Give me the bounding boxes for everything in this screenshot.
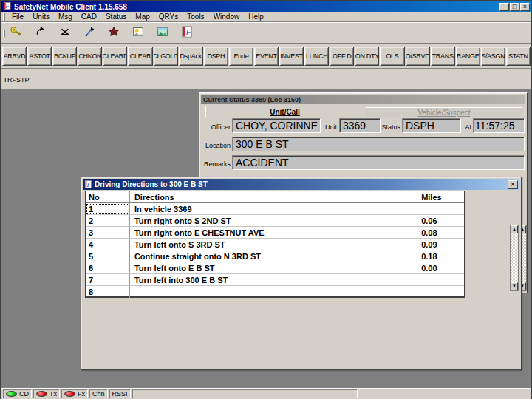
- menu-item-help[interactable]: Help: [244, 12, 268, 21]
- menu-item-map[interactable]: Map: [131, 12, 154, 21]
- map-day-icon: [132, 25, 145, 41]
- toolbar-key-button[interactable]: [7, 25, 25, 41]
- toolbar-send-button[interactable]: [81, 25, 98, 41]
- status-button-enrte[interactable]: Enrte: [229, 47, 253, 66]
- close-button[interactable]: ×: [520, 3, 530, 11]
- toolbar: F: [1, 23, 531, 44]
- maximize-button[interactable]: □: [510, 3, 519, 11]
- status-button-range[interactable]: RANGE: [456, 47, 480, 66]
- status-button-on-dty[interactable]: ON DTY: [355, 47, 379, 66]
- status-button-trfstp[interactable]: TRFSTP: [3, 72, 30, 88]
- directions-row[interactable]: 7 Turn left into 300 E B ST: [86, 274, 464, 286]
- status-button-lunch[interactable]: LUNCH: [304, 47, 329, 66]
- status-button-ols[interactable]: OLS: [380, 47, 404, 66]
- status-button-dspack[interactable]: DspAck: [179, 47, 203, 66]
- status-button-astot[interactable]: ASTOT: [27, 47, 52, 66]
- minimize-button[interactable]: _: [499, 3, 509, 11]
- svg-text:F: F: [86, 181, 92, 188]
- driving-directions-titlebar[interactable]: F Driving Directions to 300 E B ST ×: [83, 179, 519, 190]
- time-field[interactable]: 11:57:25: [473, 118, 525, 133]
- directions-row[interactable]: 1 In vehicle 3369: [86, 203, 464, 215]
- unit-label: Unit: [322, 123, 337, 131]
- directions-row[interactable]: 2 Turn right onto S 2ND ST 0.06: [86, 215, 464, 227]
- app-titlebar[interactable]: F SafetyNet Mobile Client 1.15.658 _ □ ×: [1, 1, 531, 12]
- directions-row[interactable]: 8: [86, 286, 464, 298]
- menu-item-units[interactable]: Units: [28, 12, 54, 21]
- status-button-off-d[interactable]: OFF D: [330, 47, 354, 66]
- safetynet-logo-icon: F: [180, 25, 194, 41]
- unit-field[interactable]: 3369: [339, 118, 381, 133]
- status-button-clear[interactable]: CLEAR: [128, 47, 152, 66]
- menu-item-window[interactable]: Window: [209, 12, 245, 21]
- current-status-titlebar[interactable]: Current Status 3369 (Loc 3150): [201, 95, 525, 104]
- status-button-s-asgn[interactable]: S/ASGN: [481, 47, 505, 66]
- status-button-trans[interactable]: TRANS: [431, 47, 455, 66]
- status-button-arrvd[interactable]: ARRVD: [2, 47, 27, 66]
- toolbar-grip[interactable]: [3, 30, 5, 37]
- statusbar-chn-section: Chn: [89, 389, 108, 398]
- status-button-o-srvc[interactable]: O/SRVC: [406, 47, 430, 66]
- menu-item-msg[interactable]: Msg: [54, 12, 77, 21]
- app-window: F SafetyNet Mobile Client 1.15.658 _ □ ×…: [0, 0, 532, 399]
- column-header-directions: Directions: [130, 191, 415, 202]
- directions-row[interactable]: 6 Turn left onto E B ST 0.00: [86, 262, 464, 274]
- directions-table: No Directions Miles 1 In vehicle 3369 2 …: [85, 191, 466, 298]
- status-button-cleard[interactable]: CLEARD: [103, 47, 127, 66]
- dialog-title: Driving Directions to 300 E B ST: [95, 180, 208, 188]
- location-field[interactable]: 300 E B ST: [232, 137, 525, 151]
- status-button-row: ARRVD ASTOT BCKUP CHKON CLEARD CLEAR CLG…: [1, 44, 531, 69]
- directions-row[interactable]: 4 Turn left onto S 3RD ST 0.09: [86, 239, 464, 250]
- directions-row[interactable]: 3 Turn right onto E CHESTNUT AVE 0.08: [86, 227, 464, 239]
- status-button-dsph[interactable]: DSPH: [204, 47, 228, 66]
- status-button-invest[interactable]: INVEST: [279, 47, 304, 66]
- menu-item-cad[interactable]: CAD: [77, 12, 101, 21]
- delete-x-icon: [58, 25, 72, 41]
- menubar: File Units Msg CAD Status Map QRYs Tools…: [1, 12, 531, 22]
- svg-text:F: F: [185, 27, 191, 37]
- status-button-clgout[interactable]: CLGOUT: [154, 47, 178, 66]
- status-button-row-2: TRFSTP: [1, 69, 531, 89]
- send-pen-icon: [83, 25, 96, 41]
- status-button-statn[interactable]: STATN: [506, 47, 531, 66]
- status-label: Status: [381, 123, 400, 131]
- dialog-close-button[interactable]: ×: [508, 180, 518, 189]
- fx-label: Fx: [78, 390, 85, 398]
- menu-item-tools[interactable]: Tools: [183, 12, 208, 21]
- toolbar-badge-button[interactable]: [105, 25, 123, 41]
- menu-item-status[interactable]: Status: [101, 12, 131, 21]
- statusbar-empty-section: [132, 389, 358, 398]
- toolbar-map-button[interactable]: [154, 25, 171, 41]
- location-label: Location: [201, 142, 231, 149]
- desktop: Current Status 3369 (Loc 3150) Unit/Call…: [1, 89, 531, 388]
- toolbar-map-day-button[interactable]: [129, 25, 147, 41]
- status-tabstrip: Unit/Call Vehicle/Suspect: [204, 105, 522, 117]
- cd-led-icon: [6, 391, 17, 397]
- scroll-up-button[interactable]: ▲: [511, 225, 518, 233]
- remarks-label: Remarks: [201, 160, 231, 168]
- tab-vehicle-suspect[interactable]: Vehicle/Suspect: [366, 107, 522, 117]
- menu-item-qrys[interactable]: QRYs: [154, 12, 183, 21]
- menubar-grip[interactable]: [3, 13, 5, 21]
- officer-field[interactable]: CHOY, CORINNE: [232, 118, 321, 133]
- status-button-bckup[interactable]: BCKUP: [52, 47, 77, 66]
- statusbar-tx-section: Tx: [33, 389, 60, 398]
- status-button-event[interactable]: EVENT: [254, 47, 279, 66]
- tab-unit-call[interactable]: Unit/Call: [205, 106, 364, 117]
- status-button-chkon[interactable]: CHKON: [78, 47, 102, 66]
- directions-row[interactable]: 5 Continue straight onto N 3RD ST 0.18: [86, 250, 464, 262]
- fx-led-icon: [64, 391, 75, 397]
- dialog-vertical-scrollbar[interactable]: ▲ ▼: [510, 225, 519, 291]
- column-header-no: No: [86, 191, 130, 202]
- statusbar-fx-section: Fx: [61, 389, 88, 398]
- remarks-field[interactable]: ACCIDENT: [232, 155, 525, 170]
- key-icon: [10, 25, 23, 41]
- scroll-down-button[interactable]: ▼: [511, 282, 518, 290]
- badge-icon: [107, 25, 120, 41]
- toolbar-delete-button[interactable]: [56, 25, 74, 41]
- driving-directions-dialog: F Driving Directions to 300 E B ST × No …: [81, 177, 522, 370]
- toolbar-undo-button[interactable]: [32, 25, 50, 41]
- toolbar-logo-button[interactable]: F: [178, 25, 196, 41]
- status-field[interactable]: DSPH: [402, 118, 461, 133]
- current-status-title: Current Status 3369 (Loc 3150): [203, 96, 301, 103]
- menu-item-file[interactable]: File: [7, 12, 28, 21]
